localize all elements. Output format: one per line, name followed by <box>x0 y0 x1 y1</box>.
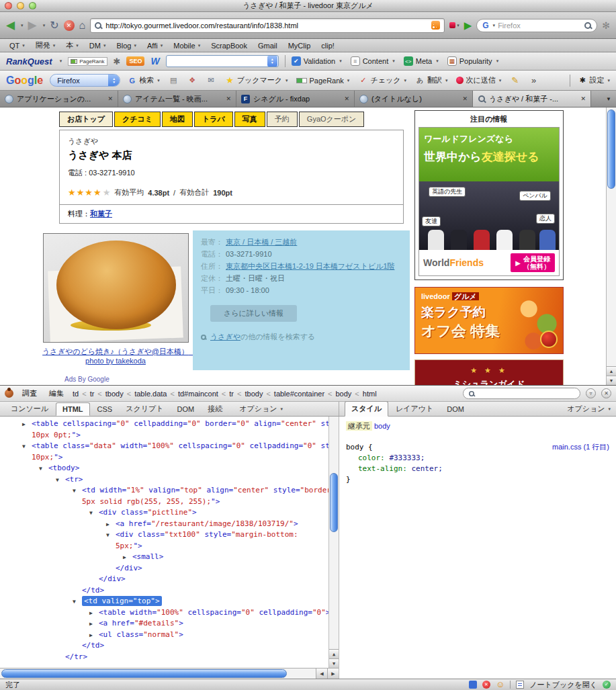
css-property[interactable]: text-align: center; <box>346 464 609 474</box>
googlebar-item-mail[interactable]: ✉ <box>206 75 216 85</box>
browser-tab[interactable]: アプリケーションの...✕ <box>0 91 118 107</box>
home-button[interactable]: ⌂ <box>79 19 86 32</box>
html-tree-node[interactable]: </td> <box>0 640 328 652</box>
bookmark-item[interactable]: Affi▾ <box>142 42 168 50</box>
search-other-link[interactable]: うさぎや <box>210 333 240 341</box>
twisty-open-icon[interactable]: ▼ <box>73 486 82 497</box>
info-link[interactable]: 東京都中央区日本橋1-2-19 日本橋フゼストビル1階 <box>226 262 395 270</box>
twisty-open-icon[interactable]: ▼ <box>89 508 99 519</box>
page-tab[interactable]: トラバ <box>194 112 233 127</box>
html-tree-node[interactable]: ▶<a href="#details"> <box>0 618 328 630</box>
bookmark-item[interactable]: 開発▾ <box>30 40 61 50</box>
breadcrumb-item[interactable]: tr <box>229 390 234 398</box>
notebook-icon[interactable] <box>516 681 524 689</box>
twisty-open-icon[interactable]: ▼ <box>22 441 32 452</box>
bookmark-item[interactable]: Blog▾ <box>111 42 142 50</box>
gourmet-ad[interactable]: livedoorグルメ 楽ラク予約 オフ会 特集 <box>414 287 564 354</box>
scroll-down-icon[interactable]: ▼ <box>329 658 339 668</box>
page-tab[interactable]: 予約 <box>267 112 298 127</box>
page-scrollbar[interactable]: ▲ ▼ <box>606 107 616 385</box>
googlebar-item-news[interactable]: ▤ <box>169 75 179 85</box>
window-titlebar[interactable]: うさぎや / 和菓子 - livedoor 東京グルメ <box>0 0 616 12</box>
scroll-right-icon[interactable]: ▶ <box>327 669 339 679</box>
michelin-ad[interactable]: ★ ★ ★ ミシュランガイド 東京2008で <box>414 359 564 385</box>
tab-close-icon[interactable]: ✕ <box>462 95 468 102</box>
browser-tab[interactable]: うさぎや / 和菓子 -...✕ <box>473 91 591 107</box>
bookmark-item[interactable]: clip! <box>316 42 340 50</box>
close-firebug-button[interactable]: ✕ <box>601 388 611 398</box>
rankquest-logo[interactable]: RankQuest <box>6 56 52 67</box>
html-tree-node[interactable]: ▶<a href="/restaurant/image/1838/103719/… <box>0 519 328 530</box>
stepper-icon[interactable]: ▲▼ <box>267 56 277 67</box>
devbar-item-chart[interactable]: ▦Popularity▾ <box>447 56 498 66</box>
firebug-tab-コンソール[interactable]: コンソール <box>5 402 54 416</box>
search-engine-icon[interactable]: G <box>482 21 488 30</box>
css-file-link[interactable]: main.css (1 行目) <box>552 442 609 452</box>
firebug-sidetab-レイアウト[interactable]: レイアウト <box>390 402 439 416</box>
photo-caption-link[interactable]: うさぎやのどら焼き♪（うさぎや@日本橋） photo by takekoda <box>39 347 192 365</box>
ads-by-google-label[interactable]: Ads By Google <box>64 376 109 383</box>
twisty-closed-icon[interactable]: ▶ <box>106 519 116 530</box>
signup-button[interactable]: ▶会員登録（無料） <box>511 253 555 272</box>
page-tab[interactable]: クチコミ <box>114 112 161 127</box>
tree-hscrollbar[interactable]: ◀ ▶ <box>0 668 339 679</box>
rss-feed-icon[interactable] <box>431 21 440 30</box>
html-tree-node[interactable]: ▼<table class="data" width="100%" cellsp… <box>0 441 328 452</box>
cuisine-link[interactable]: 和菓子 <box>90 210 112 218</box>
breadcrumb-item[interactable]: td <box>73 390 79 398</box>
go-button[interactable]: ▶ <box>464 19 472 32</box>
html-tree-node[interactable]: </div> <box>0 563 328 574</box>
firebug-tab-スクリプト[interactable]: スクリプト <box>120 402 169 416</box>
forward-dropdown-icon[interactable]: ▾ <box>43 23 46 28</box>
html-tree-node[interactable]: ▶<table width="100%" cellspacing="0" cel… <box>0 607 328 619</box>
scroll-up-icon[interactable]: ▲ <box>607 366 616 376</box>
search-input[interactable]: Firefox <box>498 21 582 30</box>
detach-button[interactable]: ▿ <box>586 388 596 398</box>
wayback-icon[interactable]: W <box>150 56 159 67</box>
googlebar-item-g[interactable]: G検索▾ <box>127 75 160 85</box>
html-tree-node[interactable]: ▼<td width="1%" valign="top" align="cent… <box>0 485 328 497</box>
html-tree-node[interactable]: ▶<ul class="normal"> <box>0 630 328 641</box>
googlebar-item-star[interactable]: ★ブックマーク▾ <box>225 75 288 85</box>
tree-scrollbar[interactable]: ▲ ▼ <box>328 417 339 668</box>
gear-icon[interactable]: ✱ <box>114 56 121 67</box>
twisty-closed-icon[interactable]: ▶ <box>89 630 99 641</box>
bookmark-item[interactable]: 本▾ <box>60 40 84 50</box>
bookmark-item[interactable]: Mobile▾ <box>168 42 206 50</box>
googlebar-item-abc[interactable]: ✓チェック▾ <box>358 75 406 85</box>
tab-list-dropdown-icon[interactable]: ▼ <box>601 91 616 107</box>
worldfriends-ad[interactable]: ワールドフレンズなら 世界中から友達探せる 英語の先生ペンパル友達恋人 Worl… <box>419 127 560 276</box>
back-button[interactable]: ◀ <box>6 19 15 31</box>
browser-tab[interactable]: アイテム一覧 - 映画...✕ <box>118 91 236 107</box>
html-tree-node[interactable]: ▼<div class="pictline"> <box>0 507 328 519</box>
devbar-item-check[interactable]: ✔Validation▾ <box>292 56 342 66</box>
url-bar[interactable]: http://tokyo.gourmet.livedoor.com/restau… <box>90 18 445 33</box>
twisty-closed-icon[interactable]: ▶ <box>22 419 32 430</box>
smiley-icon[interactable]: ☺ <box>496 681 504 689</box>
html-tree-node[interactable]: ▶<small> <box>0 552 328 563</box>
bookmark-item[interactable]: ScrapBook <box>206 42 253 50</box>
page-tab[interactable]: 地図 <box>162 112 193 127</box>
devbar-item-tag[interactable]: <>Meta▾ <box>404 56 439 66</box>
googlebar-item-palette[interactable]: ❖ <box>187 75 197 85</box>
breadcrumb-item[interactable]: table#container <box>274 390 324 398</box>
firebug-icon[interactable] <box>5 389 13 398</box>
scrollbar-thumb[interactable] <box>330 473 338 532</box>
tab-close-icon[interactable]: ✕ <box>344 95 349 102</box>
breadcrumb-item[interactable]: table.data <box>134 390 167 398</box>
bookmark-item[interactable]: Gmail <box>253 42 283 50</box>
tab-close-icon[interactable]: ✕ <box>226 95 231 102</box>
bookmark-item[interactable]: MyClip <box>283 42 316 50</box>
stop-button[interactable]: ✕ <box>64 20 75 31</box>
twisty-open-icon[interactable]: ▼ <box>56 475 65 486</box>
breadcrumb-item[interactable]: tbody <box>105 390 124 398</box>
search-engine-dropdown-icon[interactable]: ▾ <box>493 23 496 28</box>
forward-button[interactable]: ▶ <box>28 19 37 31</box>
html-tree-node[interactable]: ▼<tbody> <box>0 463 328 474</box>
scrapbook-icon[interactable] <box>469 681 477 689</box>
seo-toolbar-input[interactable]: ▲▼ <box>166 55 279 67</box>
search-box[interactable]: G ▾ Firefox <box>476 19 597 32</box>
minimize-window-button[interactable] <box>17 2 24 9</box>
firebug-search-box[interactable] <box>463 388 580 399</box>
page-tab[interactable]: 写真 <box>234 112 265 127</box>
